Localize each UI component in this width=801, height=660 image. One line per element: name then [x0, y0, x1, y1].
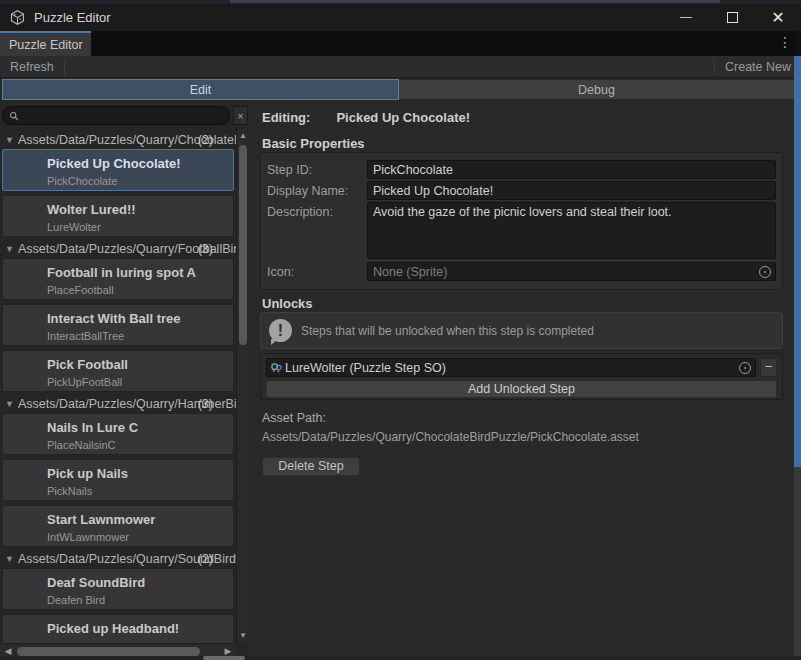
kebab-menu-icon[interactable]: ⋮ [778, 34, 792, 51]
puzzle-step-item[interactable]: Pick FootballPickUpFootBall [2, 350, 234, 392]
icon-label: Icon: [267, 262, 367, 281]
step-id-label: Step ID: [267, 160, 367, 179]
unlocks-title: Unlocks [262, 296, 313, 311]
step-id: PickNails [47, 485, 233, 497]
foldout-icon[interactable]: ▼ [5, 135, 14, 145]
unlocks-help-text: Steps that will be unlocked when this st… [301, 324, 594, 338]
display-name-field[interactable]: Picked Up Chocolate! [367, 181, 776, 200]
close-icon: ✕ [771, 10, 784, 26]
step-title: Interact With Ball tree [47, 311, 233, 326]
unlocks-helpbox: ! Steps that will be unlocked when this … [260, 312, 783, 349]
toolbar: Refresh Create New [0, 56, 801, 78]
step-title: Picked up Headband! [47, 621, 233, 636]
search-icon [9, 111, 19, 121]
step-id: LureWolter [47, 221, 233, 233]
unlock-entry-row: LureWolter (Puzzle Step SO)− [266, 358, 777, 377]
description-field[interactable]: Avoid the gaze of the picnic lovers and … [367, 202, 776, 259]
minimize-button[interactable] [663, 4, 709, 31]
add-unlocked-step-button[interactable]: Add Unlocked Step [266, 380, 777, 398]
puzzle-step-item[interactable]: Deaf SoundBirdDeafen Bird [2, 568, 234, 610]
step-id: PickUpFootBall [47, 376, 233, 388]
window-right-edge [794, 31, 801, 56]
tab-label: Puzzle Editor [9, 38, 83, 52]
scroll-up-icon[interactable]: ▲ [237, 130, 248, 142]
foldout-icon[interactable]: ▼ [5, 244, 14, 254]
tab-puzzle-editor[interactable]: Puzzle Editor [0, 31, 91, 56]
window-right-edge-blue [794, 56, 801, 467]
step-id: Deafen Bird [47, 594, 233, 606]
step-id: PickChocolate [47, 175, 233, 187]
refresh-button[interactable]: Refresh [0, 56, 64, 77]
asset-path-label: Asset Path: [262, 411, 326, 425]
delete-step-button[interactable]: Delete Step [262, 457, 360, 476]
unlock-entry-label: LureWolter (Puzzle Step SO) [285, 361, 446, 375]
title-bar: Puzzle Editor ✕ [0, 4, 801, 31]
sidebar-vertical-scrollbar[interactable]: ▲ ▼ [236, 129, 248, 643]
maximize-icon [727, 12, 738, 23]
editor-panel: Editing:Picked Up Chocolate! Basic Prope… [248, 100, 794, 660]
create-new-button[interactable]: Create New [715, 56, 801, 77]
section-header[interactable]: ▼Assets/Data/Puzzles/Quarry/SoundBird(2) [0, 551, 236, 567]
foldout-icon[interactable]: ▼ [5, 399, 14, 409]
puzzle-step-item[interactable]: Picked up Headband! [2, 614, 234, 643]
tab-debug[interactable]: Debug [399, 79, 795, 100]
window-right-edge-grey [794, 467, 801, 660]
editing-header: Editing:Picked Up Chocolate! [262, 110, 470, 125]
object-picker-icon[interactable] [759, 266, 771, 278]
step-id-field[interactable]: PickChocolate [367, 160, 776, 179]
sidebar-list: ▼Assets/Data/Puzzles/Quarry/ChocolateB(2… [0, 129, 236, 643]
step-title: Wolter Lured!! [47, 202, 233, 217]
step-id: InteractBallTree [47, 330, 233, 342]
step-title: Deaf SoundBird [47, 575, 233, 590]
window-title: Puzzle Editor [34, 10, 111, 25]
section-header[interactable]: ▼Assets/Data/Puzzles/Quarry/HammerBi(3) [0, 396, 236, 412]
step-id: PlaceNailsinC [47, 439, 233, 451]
section-header[interactable]: ▼Assets/Data/Puzzles/Quarry/FootballBir(… [0, 241, 236, 257]
bottom-scrollbar-thumb[interactable] [203, 656, 245, 660]
editing-value: Picked Up Chocolate! [336, 110, 470, 125]
scrollbar-thumb[interactable] [17, 647, 200, 656]
asset-path-value: Assets/Data/Puzzles/Quarry/ChocolateBird… [262, 430, 639, 444]
editor-tab-bar: Puzzle Editor ⋮ [0, 31, 801, 56]
step-title: Picked Up Chocolate! [47, 156, 233, 171]
step-title: Start Lawnmower [47, 512, 233, 527]
puzzle-step-item[interactable]: Picked Up Chocolate!PickChocolate [2, 149, 234, 191]
object-picker-icon[interactable] [739, 362, 751, 374]
scroll-down-icon[interactable]: ▼ [237, 630, 248, 642]
puzzle-step-item[interactable]: Pick up NailsPickNails [2, 459, 234, 501]
minimize-icon [680, 17, 692, 18]
puzzle-step-item[interactable]: Nails In Lure CPlaceNailsinC [2, 413, 234, 455]
unlock-entries: LureWolter (Puzzle Step SO)− [266, 358, 777, 377]
section-count-badge: (2) [198, 133, 213, 147]
puzzle-step-item[interactable]: Wolter Lured!!LureWolter [2, 195, 234, 237]
step-title: Pick Football [47, 357, 233, 372]
window-bottom-strip [0, 656, 801, 660]
tab-edit[interactable]: Edit [2, 79, 399, 100]
section-header[interactable]: ▼Assets/Data/Puzzles/Quarry/ChocolateB(2… [0, 132, 236, 148]
basic-properties-box: Step ID: PickChocolate Display Name: Pic… [260, 152, 783, 290]
puzzle-step-item[interactable]: Start LawnmowerIntWLawnmower [2, 505, 234, 547]
foldout-icon[interactable]: ▼ [5, 554, 14, 564]
maximize-button[interactable] [709, 4, 755, 31]
section-count-badge: (3) [198, 242, 213, 256]
search-clear-button[interactable]: × [233, 106, 248, 125]
remove-unlock-button[interactable]: − [760, 358, 777, 377]
icon-object-field[interactable]: None (Sprite) [367, 262, 776, 281]
section-count-badge: (3) [198, 397, 213, 411]
scriptable-object-icon [270, 362, 283, 375]
sidebar: × ▼Assets/Data/Puzzles/Quarry/ChocolateB… [0, 100, 248, 660]
close-button[interactable]: ✕ [755, 4, 801, 31]
puzzle-step-item[interactable]: Interact With Ball treeInteractBallTree [2, 304, 234, 346]
step-id: IntWLawnmower [47, 531, 233, 543]
display-name-label: Display Name: [267, 181, 367, 200]
search-input[interactable] [2, 106, 230, 125]
step-title: Football in luring spot A [47, 265, 233, 280]
info-icon: ! [269, 319, 292, 342]
puzzle-step-item[interactable]: Football in luring spot APlaceFootball [2, 258, 234, 300]
basic-properties-title: Basic Properties [262, 136, 365, 151]
scrollbar-thumb[interactable] [239, 145, 247, 345]
step-title: Nails In Lure C [47, 420, 233, 435]
window-top-edge-highlight [230, 0, 720, 3]
section-count-badge: (2) [198, 552, 213, 566]
unlock-object-field[interactable]: LureWolter (Puzzle Step SO) [266, 358, 756, 377]
